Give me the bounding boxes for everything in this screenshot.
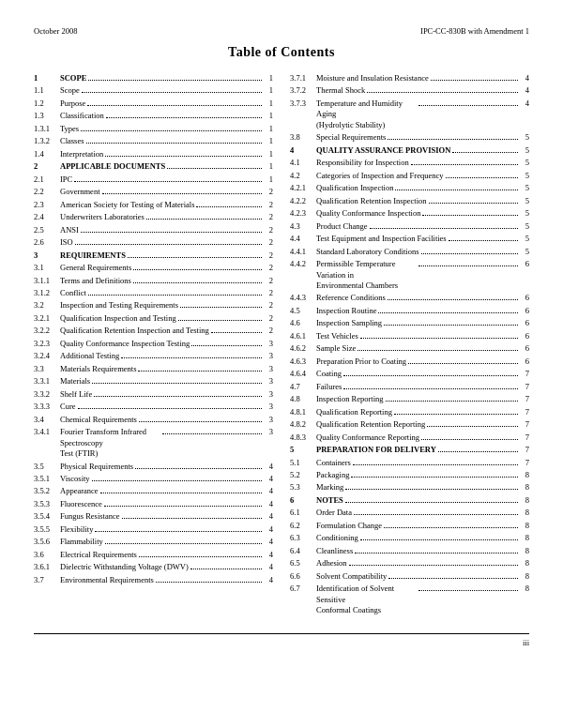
toc-entry-dots [139, 421, 262, 422]
toc-entry-num: 6.5 [290, 558, 316, 569]
toc-entry-page: 7 [520, 419, 529, 430]
toc-entry-num: 2.2 [34, 187, 60, 197]
toc-entry-dots [92, 383, 262, 384]
toc-entry-text: Quality Conformance Inspection Testing [60, 339, 190, 349]
toc-right-column: 3.7.1Moisture and Insulation Resistance4… [290, 73, 529, 618]
toc-entry-page: 5 [520, 183, 529, 193]
toc-entry-dots [370, 228, 518, 229]
toc-entry: 1SCOPE1 [34, 73, 273, 83]
toc-entry-text: Packaging [316, 470, 349, 480]
toc-entry-num: 4.6.2 [290, 343, 316, 354]
toc-entry-dots [345, 502, 518, 503]
toc-entry: 4.2.3Quality Conformance Inspection5 [290, 208, 529, 219]
toc-entry-dots [427, 426, 518, 427]
toc-entry-dots [86, 143, 263, 144]
toc-entry-num: 3.2.4 [34, 351, 60, 361]
toc-entry-num: 3.7.1 [290, 73, 316, 83]
toc-entry: 3.1.1Terms and Definitions2 [34, 276, 273, 286]
toc-entry: 3REQUIREMENTS2 [34, 250, 273, 261]
toc-entry-num: 3.2.3 [34, 339, 60, 349]
toc-entry-dots [388, 139, 518, 140]
toc-entry: 3.5.4Fungus Resistance4 [34, 511, 273, 522]
toc-entry: 3.8Special Requirements5 [290, 132, 529, 143]
toc-entry-page: 4 [264, 462, 273, 472]
toc-entry-dots [106, 117, 262, 118]
toc-entry-page: 3 [264, 402, 273, 412]
toc-entry-num: 4.4.3 [290, 293, 316, 303]
toc-entry: 2.3American Society for Testing of Mater… [34, 200, 273, 210]
toc-entry: 3.5.5Flexibility4 [34, 524, 273, 535]
toc-entry-page: 5 [520, 145, 529, 156]
toc-entry-dots [92, 480, 262, 481]
toc-entry-page: 6 [520, 343, 529, 354]
toc-entry-num: 3.7.2 [290, 85, 316, 96]
toc-entry: 2.1IPC1 [34, 174, 273, 185]
toc-entry-text: Qualification Retention Reporting [316, 419, 425, 430]
toc-entry-dots [82, 92, 262, 93]
toc-entry-page: 7 [520, 407, 529, 417]
toc-entry-text: Materials [60, 376, 90, 387]
toc-entry-text: Materials Requirements [60, 364, 136, 374]
toc-entry-num: 3.5 [34, 462, 60, 472]
toc-entry-num: 4.2.2 [290, 196, 316, 206]
toc-entry-num: 2.6 [34, 237, 60, 248]
toc-entry: 6.4Cleanliness8 [290, 546, 529, 556]
toc-entry-dots [360, 539, 518, 540]
toc-entry-text: REQUIREMENTS [60, 250, 126, 261]
toc-entry-num: 3.5.6 [34, 537, 60, 547]
toc-entry-dots [135, 468, 262, 469]
toc-entry-text: Moisture and Insulation Resistance [316, 73, 429, 83]
toc-entry: 4.8.2Qualification Retention Reporting7 [290, 419, 529, 430]
toc-entry-page: 3 [264, 339, 273, 349]
toc-entry-num: 4.4.1 [290, 247, 316, 257]
toc-entry-dots [178, 320, 262, 321]
toc-entry-text: Purpose [60, 99, 85, 109]
toc-entry: 5.3Marking8 [290, 482, 529, 493]
toc-entry-dots [81, 130, 262, 131]
toc-entry-text: Failures [316, 382, 342, 392]
toc-entry-dots [351, 477, 518, 478]
toc-entry-text: IPC [60, 174, 72, 185]
toc-entry-text: Responsibility for Inspection [316, 158, 409, 168]
toc-entry-num: 5.1 [290, 458, 316, 468]
toc-entry: 3.2.1Qualification Inspection and Testin… [34, 313, 273, 324]
toc-entry-text: Government [60, 187, 100, 197]
toc-entry-num: 6.3 [290, 533, 316, 543]
toc-entry-dots [384, 325, 518, 326]
toc-entry-num: 1.2 [34, 99, 60, 109]
toc-entry: 4.3Product Change5 [290, 221, 529, 232]
toc-entry-num: 3.7.3 [290, 99, 316, 109]
toc-entry: 6.5Adhesion8 [290, 558, 529, 569]
toc-entry-page: 8 [520, 482, 529, 493]
toc-entry-dots [81, 232, 262, 233]
toc-entry-dots [353, 464, 518, 465]
toc-entry: 5.2Packaging8 [290, 470, 529, 480]
toc-entry-text: Special Requirements [316, 132, 386, 143]
toc-entry-page: 4 [264, 511, 273, 522]
toc-entry-text: Shelf Life [60, 389, 92, 400]
toc-entry-page: 2 [264, 326, 273, 336]
toc-entry-num: 6.4 [290, 546, 316, 556]
toc-entry-text: Inspection Reporting [316, 394, 384, 404]
toc-entry-num: 4.4.2 [290, 259, 316, 269]
toc-entry-num: 3.4.1 [34, 427, 60, 437]
toc-entry-text: Order Data [316, 508, 352, 518]
toc-entry-page: 6 [520, 259, 529, 269]
toc-entry-text: Additional Testing [60, 351, 119, 361]
toc-entry: 4.4Test Equipment and Inspection Facilit… [290, 234, 529, 244]
toc-entry-page: 2 [264, 212, 273, 222]
toc-entry-num: 3.2.2 [34, 326, 60, 336]
toc-entry-num: 3.1 [34, 263, 60, 273]
toc-entry-text: Identification of Solvent Sensitive [316, 584, 417, 605]
toc-entry-num: 4.1 [290, 158, 316, 168]
toc-entry-page: 1 [264, 85, 273, 96]
toc-entry-dots [75, 244, 262, 245]
toc-entry-page: 5 [520, 132, 529, 143]
toc-entry-text: Product Change [316, 221, 368, 232]
toc-entry: 4.6.3Preparation Prior to Coating6 [290, 356, 529, 367]
toc-entry-dots [360, 338, 518, 339]
toc-entry-text: Coating [316, 369, 342, 379]
toc-entry-page: 1 [264, 161, 273, 172]
toc-entry-text: Formulation Change [316, 521, 382, 531]
toc-entry-text: Flammability [60, 537, 103, 547]
